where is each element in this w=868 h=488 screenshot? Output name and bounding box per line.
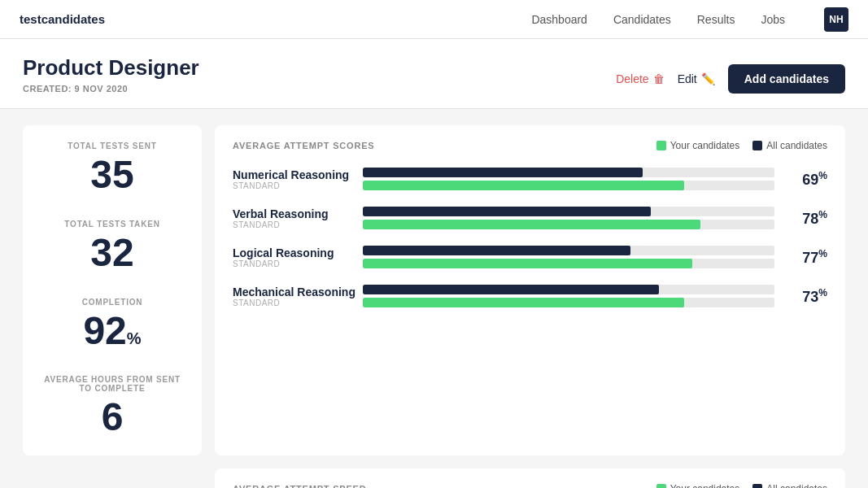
bar-fill-dark — [363, 246, 630, 255]
bar-value: 78% — [783, 209, 827, 228]
scores-chart-card: AVERAGE ATTEMPT SCORES Your candidates A… — [215, 125, 845, 455]
bar-unit: % — [818, 209, 827, 220]
created-text: CREATED: — [23, 84, 72, 94]
bar-track-dark — [363, 246, 774, 255]
bar-label-name: Logical Reasoning — [233, 246, 363, 259]
bar-label-block: Numerical Reasoning STANDARD — [233, 168, 363, 190]
edit-button[interactable]: Edit ✏️ — [678, 72, 715, 85]
bar-track-dark — [363, 207, 774, 216]
page-header: Product Designer CREATED: 9 Nov 2020 Del… — [0, 39, 868, 109]
row-top: TOTAL TESTS SENT 35 TOTAL TESTS TAKEN 32… — [23, 125, 845, 455]
nav-candidates[interactable]: Candidates — [613, 13, 671, 26]
bar-row: Mechanical Reasoning STANDARD 73% — [233, 281, 827, 311]
delete-label: Delete — [616, 72, 648, 85]
stats-card: TOTAL TESTS SENT 35 TOTAL TESTS TAKEN 32… — [23, 125, 202, 455]
bar-unit: % — [818, 170, 827, 181]
bar-value: 73% — [783, 287, 827, 306]
speed-chart-card: AVERAGE ATTEMPT SPEED Your candidates Al… — [215, 468, 845, 488]
page-created-label: CREATED: 9 Nov 2020 — [23, 84, 199, 94]
bar-label-sub: STANDARD — [233, 298, 363, 307]
bar-label-name: Verbal Reasoning — [233, 207, 363, 220]
nav-links: Dashboard Candidates Results Jobs NH — [531, 7, 848, 32]
bar-fill-dark — [363, 207, 651, 216]
nav-dashboard[interactable]: Dashboard — [531, 13, 587, 26]
add-candidates-button[interactable]: Add candidates — [728, 64, 845, 94]
scores-chart-header: AVERAGE ATTEMPT SCORES Your candidates A… — [233, 140, 827, 151]
speed-legend-all-label: All candidates — [766, 483, 827, 488]
legend-dark-dot — [752, 141, 762, 150]
pencil-icon: ✏️ — [701, 72, 715, 85]
bar-track-dark — [363, 285, 774, 294]
bar-label-sub: STANDARD — [233, 259, 363, 268]
bar-container — [363, 242, 774, 272]
page-title: Product Designer — [23, 55, 199, 81]
stat-total-sent-label: TOTAL TESTS SENT — [68, 142, 156, 150]
nav-jobs[interactable]: Jobs — [761, 13, 785, 26]
speed-legend-dark-dot — [752, 484, 762, 488]
bar-value: 69% — [783, 170, 827, 189]
stat-completion-label: COMPLETION — [82, 298, 143, 307]
stat-total-sent: TOTAL TESTS SENT 35 — [39, 142, 185, 197]
stat-total-taken-value: 32 — [90, 232, 133, 275]
user-avatar[interactable]: NH — [824, 7, 848, 32]
speed-chart-title: AVERAGE ATTEMPT SPEED — [233, 484, 367, 488]
legend-your-candidates: Your candidates — [656, 140, 740, 151]
bar-fill-dark — [363, 168, 643, 177]
completion-unit: % — [127, 329, 142, 347]
stat-avg-hours: AVERAGE HOURS FROM SENT TO COMPLETE 6 — [39, 375, 185, 439]
speed-legend-green-dot — [656, 484, 666, 488]
scores-bar-rows: Numerical Reasoning STANDARD 69% Verbal … — [233, 164, 827, 311]
bar-label-sub: STANDARD — [233, 181, 363, 190]
speed-legend-yours-label: Your candidates — [670, 483, 740, 488]
bar-unit: % — [818, 248, 827, 259]
stat-total-sent-value: 35 — [90, 154, 133, 197]
bar-label-name: Mechanical Reasoning — [233, 285, 363, 298]
stat-total-taken: TOTAL TESTS TAKEN 32 — [39, 220, 185, 275]
stat-avg-hours-label: AVERAGE HOURS FROM SENT TO COMPLETE — [39, 375, 185, 393]
bar-track-green — [363, 220, 774, 229]
stats-spacer — [23, 468, 202, 488]
bar-label-block: Verbal Reasoning STANDARD — [233, 207, 363, 229]
delete-button[interactable]: Delete 🗑 — [616, 72, 664, 85]
speed-chart-header: AVERAGE ATTEMPT SPEED Your candidates Al… — [233, 483, 827, 488]
legend-all-label: All candidates — [766, 140, 827, 151]
stat-completion: COMPLETION 92% — [39, 298, 185, 353]
bar-fill-green — [363, 181, 684, 190]
edit-label: Edit — [678, 72, 697, 85]
legend-all-candidates: All candidates — [752, 140, 827, 151]
bar-value: 77% — [783, 248, 827, 267]
bar-fill-green — [363, 298, 684, 307]
stat-avg-hours-value: 6 — [102, 396, 124, 439]
bar-fill-green — [363, 259, 692, 268]
bar-track-dark — [363, 168, 774, 177]
stat-completion-value: 92% — [83, 310, 141, 353]
bar-row: Logical Reasoning STANDARD 77% — [233, 242, 827, 272]
bar-label-block: Logical Reasoning STANDARD — [233, 246, 363, 268]
legend-green-dot — [656, 141, 666, 150]
bar-row: Verbal Reasoning STANDARD 78% — [233, 203, 827, 233]
speed-legend-all-candidates: All candidates — [752, 483, 827, 488]
header-actions: Delete 🗑 Edit ✏️ Add candidates — [616, 64, 845, 94]
bar-container — [363, 203, 774, 233]
bar-container — [363, 281, 774, 311]
title-block: Product Designer CREATED: 9 Nov 2020 — [23, 55, 199, 94]
row-bottom: AVERAGE ATTEMPT SPEED Your candidates Al… — [23, 468, 845, 488]
brand-logo: testcandidates — [20, 12, 531, 26]
bar-label-name: Numerical Reasoning — [233, 168, 363, 181]
bar-unit: % — [818, 287, 827, 298]
bar-label-sub: STANDARD — [233, 220, 363, 229]
main-content: TOTAL TESTS SENT 35 TOTAL TESTS TAKEN 32… — [0, 109, 868, 488]
stat-total-taken-label: TOTAL TESTS TAKEN — [64, 220, 159, 229]
trash-icon: 🗑 — [653, 72, 665, 85]
bar-label-block: Mechanical Reasoning STANDARD — [233, 285, 363, 307]
bar-fill-dark — [363, 285, 659, 294]
bar-track-green — [363, 181, 774, 190]
nav-results[interactable]: Results — [697, 13, 735, 26]
bar-track-green — [363, 298, 774, 307]
speed-legend: Your candidates All candidates — [656, 483, 827, 488]
scores-chart-title: AVERAGE ATTEMPT SCORES — [233, 141, 374, 150]
navbar: testcandidates Dashboard Candidates Resu… — [0, 0, 868, 39]
bar-fill-green — [363, 220, 700, 229]
bar-track-green — [363, 259, 774, 268]
speed-legend-your-candidates: Your candidates — [656, 483, 740, 488]
